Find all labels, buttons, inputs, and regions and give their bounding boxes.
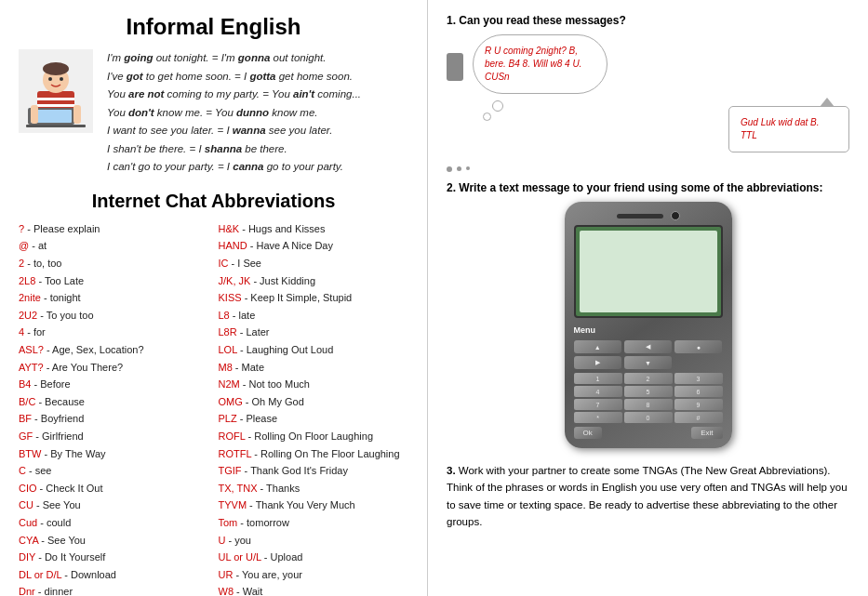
thought-dots — [447, 166, 849, 172]
abbrev-item: CYA - See You — [19, 533, 209, 550]
abbrev-item: Tom - tomorrow — [219, 515, 409, 532]
abbrev-item: BTW - By The Way — [19, 446, 209, 463]
phone-key-down[interactable]: ▼ — [624, 356, 672, 369]
abbrev-item: W8 - Wait — [219, 584, 409, 596]
phone-key-right[interactable]: ▶ — [574, 356, 621, 369]
abbrev-item: TGIF - Thank God It's Friday — [219, 463, 409, 480]
abbrev-item: ? - Please explain — [19, 221, 209, 238]
abbrev-item: U - you — [219, 533, 409, 550]
phone-key-star[interactable]: * — [574, 412, 622, 423]
abbrev-item: L8R - Later — [219, 324, 409, 341]
abbrev-item: AYT? - Are You There? — [19, 360, 209, 377]
abbrev-item: B/C - Because — [19, 394, 209, 411]
svg-point-5 — [48, 77, 52, 81]
right-panel: 1. Can you read these messages? R U comi… — [428, 0, 868, 596]
abbrev-item: H&K - Hugs and Kisses — [219, 221, 409, 238]
abbrev-item: C - see — [19, 463, 209, 480]
abbrev-item: Cud - could — [19, 515, 209, 532]
boy-image — [19, 49, 93, 133]
abbrev-item: UR - You are, your — [219, 567, 409, 584]
phone-container: Menu ◀ ● ▶ ▲ ▼ 1 2 3 4 5 6 7 8 9 * 0 — [447, 202, 849, 448]
abbrev-item: @ - at — [19, 238, 209, 255]
phone-key-3[interactable]: 3 — [674, 373, 723, 384]
abbrev-item: J/K, JK - Just Kidding — [219, 273, 409, 290]
messages-area: R U coming 2night? B, bere. B4 8. Will w… — [447, 34, 849, 152]
abbrev-item: 2U2 - To you too — [19, 308, 209, 324]
abbrev-item: 4 - for — [19, 324, 209, 341]
phone-screen — [574, 225, 723, 318]
svg-rect-9 — [26, 125, 86, 127]
phone-key-hash[interactable]: # — [674, 412, 723, 423]
question3-number: 3. — [447, 465, 456, 476]
abbrev-item: Dnr - dinner — [19, 584, 209, 596]
phone-icon-small — [447, 53, 463, 81]
svg-point-4 — [43, 62, 69, 75]
phone-exit-key[interactable]: Exit — [691, 427, 722, 439]
abbrev-item: ROTFL - Rolling On The Floor Laughing — [219, 446, 409, 463]
phone: Menu ◀ ● ▶ ▲ ▼ 1 2 3 4 5 6 7 8 9 * 0 — [565, 202, 732, 448]
phone-key-0[interactable]: 0 — [624, 412, 673, 423]
question3-section: 3. Work with your partner to create some… — [447, 462, 849, 531]
abbrev-item: HAND - Have A Nice Day — [219, 238, 409, 255]
phone-camera — [671, 211, 680, 220]
abbrev-item: M8 - Mate — [219, 360, 409, 377]
phone-key-8[interactable]: 8 — [624, 399, 673, 410]
abbrev-item: TYVM - Thank You Very Much — [219, 497, 409, 514]
abbrev-item: OMG - Oh My God — [219, 394, 409, 411]
abbreviations-grid: ? - Please explainH&K - Hugs and Kisses@… — [19, 221, 408, 596]
abbrev-item: GF - Girlfriend — [19, 429, 209, 445]
abbrev-item: KISS - Keep It Simple, Stupid — [219, 290, 409, 307]
abbrev-item: ASL? - Age, Sex, Location? — [19, 342, 209, 359]
phone-nav-keys: ◀ ● ▶ ▲ ▼ — [574, 340, 723, 369]
abbrev-item: DL or D/L - Download — [19, 567, 209, 584]
abbrev-item: PLZ - Please — [219, 411, 409, 428]
phone-key-4[interactable]: 4 — [574, 386, 622, 397]
abbrev-item: UL or U/L - Upload — [219, 550, 409, 566]
phone-num-keys: 1 2 3 4 5 6 7 8 9 * 0 # — [574, 373, 723, 423]
svg-rect-1 — [37, 98, 74, 100]
phone-bottom-keys: Ok Exit — [574, 427, 723, 439]
phone-key-7[interactable]: 7 — [574, 399, 622, 410]
phone-menu-text: Menu — [574, 325, 596, 335]
phone-key-1[interactable]: 1 — [574, 373, 622, 384]
intro-text: I'm going out tonight. = I'm gonna out t… — [107, 49, 361, 177]
phone-key-left[interactable]: ◀ — [624, 340, 672, 353]
phone-key-9[interactable]: 9 — [674, 399, 723, 410]
abbrev-item: CU - See You — [19, 497, 209, 514]
intro-section: I'm going out tonight. = I'm gonna out t… — [19, 49, 408, 177]
abbrev-item: CIO - Check It Out — [19, 481, 209, 497]
message-bubble-1: R U coming 2night? B, bere. B4 8. Will w… — [473, 34, 608, 94]
abbrev-item: N2M - Not too Much — [219, 377, 409, 393]
phone-top-bar — [574, 211, 723, 220]
abbrev-item: L8 - late — [219, 308, 409, 324]
svg-rect-10 — [31, 105, 38, 124]
abbrev-item: LOL - Laughing Out Loud — [219, 342, 409, 359]
main-title: Informal English — [19, 14, 408, 40]
abbrev-item: ROFL - Rolling On Floor Laughing — [219, 429, 409, 445]
abbrev-item: IC - I See — [219, 256, 409, 272]
phone-key-5[interactable]: 5 — [624, 386, 673, 397]
svg-rect-11 — [73, 105, 81, 124]
phone-key-6[interactable]: 6 — [674, 386, 723, 397]
svg-point-6 — [60, 77, 63, 81]
phone-screen-inner — [580, 231, 717, 312]
sub-title: Internet Chat Abbreviations — [19, 191, 408, 212]
svg-rect-2 — [37, 104, 74, 107]
abbrev-item: BF - Boyfriend — [19, 411, 209, 428]
abbrev-item: 2nite - tonight — [19, 290, 209, 307]
phone-speaker — [617, 214, 663, 219]
phone-key-2[interactable]: 2 — [624, 373, 673, 384]
abbrev-item: B4 - Before — [19, 377, 209, 393]
left-panel: Informal English — [0, 0, 428, 596]
abbrev-item: TX, TNX - Thanks — [219, 481, 409, 497]
abbrev-item: 2 - to, too — [19, 256, 209, 272]
question1-label: 1. Can you read these messages? — [447, 14, 849, 27]
message-bubble-2: Gud Luk wid dat B. TTL — [728, 106, 849, 152]
phone-ok-key[interactable]: Ok — [574, 427, 602, 439]
question2-label: 2. Write a text message to your friend u… — [447, 181, 849, 194]
question3-text: Work with your partner to create some TN… — [447, 465, 848, 527]
phone-key-center[interactable]: ● — [674, 340, 722, 353]
phone-key-up[interactable]: ▲ — [574, 340, 621, 353]
phone-menu-bar: Menu — [574, 325, 723, 335]
abbrev-item: DIY - Do It Yourself — [19, 550, 209, 566]
